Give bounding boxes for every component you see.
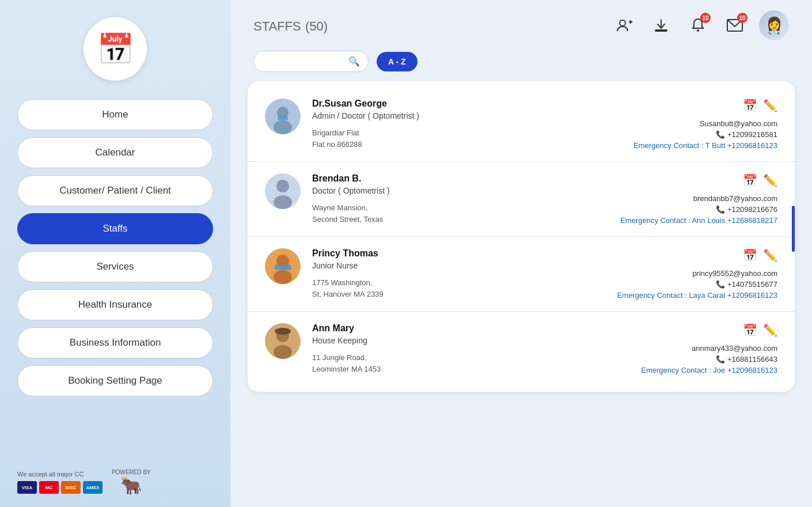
svg-point-8 <box>274 120 292 134</box>
logo-icon: 📅 <box>97 32 134 67</box>
staff-address-2: 1775 Washington, St, Hanover MA 2339 <box>312 277 582 300</box>
discover-icon: DISC <box>61 481 81 494</box>
staff-phone-1: 📞 +12098216676 <box>716 205 777 214</box>
mail-button[interactable]: 10 <box>722 13 748 38</box>
staff-email-0: Susanbutt@yahoo.com <box>700 119 777 128</box>
staff-role-1: Doctor ( Optometrist ) <box>312 186 582 195</box>
svg-rect-16 <box>274 264 291 270</box>
edit-icon-2[interactable]: ✏️ <box>763 248 777 262</box>
staff-info-2: Princy Thomas Junior Nurse 1775 Washingt… <box>312 248 582 300</box>
sidebar-item-health-insurance[interactable]: Health Insurance <box>17 289 213 320</box>
calendar-icon-1[interactable]: 📅 <box>743 173 757 187</box>
sidebar-item-booking-setting[interactable]: Booking Setting Page <box>17 365 213 396</box>
svg-point-12 <box>274 195 292 209</box>
footer-area: We accept all major CC VISA MC DISC AMEX… <box>17 469 213 495</box>
visa-icon: VISA <box>17 481 37 494</box>
staff-avatar-3 <box>265 323 301 359</box>
staff-contact-2: 📅 ✏️ princy95552@yahoo.com 📞 +1407551567… <box>593 248 777 300</box>
edit-icon-1[interactable]: ✏️ <box>763 173 777 187</box>
staff-email-2: princy95552@yahoo.com <box>692 269 777 278</box>
staff-emergency-0: Emergency Contact : T Butt +12096816123 <box>633 141 777 150</box>
svg-point-19 <box>274 345 292 359</box>
staff-address-1: Wayne Mansion, Second Street, Texas <box>312 202 582 225</box>
calendar-icon-0[interactable]: 📅 <box>743 99 757 112</box>
bull-icon: 🐂 <box>120 475 142 495</box>
sidebar-item-services[interactable]: Services <box>17 251 213 282</box>
cc-icons: VISA MC DISC AMEX <box>17 481 103 494</box>
svg-rect-3 <box>655 29 667 32</box>
staff-role-2: Junior Nurse <box>312 261 582 270</box>
staff-avatar-1 <box>265 173 301 209</box>
staff-role-3: House Keeping <box>312 336 582 345</box>
az-sort-button[interactable]: A - Z <box>377 52 418 71</box>
sidebar-item-calendar[interactable]: Calendar <box>17 137 213 168</box>
staff-contact-1: 📅 ✏️ brendanbb7@yahoo.com 📞 +12098216676… <box>593 173 777 225</box>
staff-name-2: Princy Thomas <box>312 248 582 259</box>
powered-by: POWERED BY 🐂 <box>112 469 151 495</box>
header: STAFFS (50) <box>230 0 812 51</box>
search-area: 🔍 A - Z <box>230 51 812 81</box>
edit-icon-3[interactable]: ✏️ <box>763 323 777 337</box>
svg-point-20 <box>275 328 291 335</box>
powered-by-text: POWERED BY <box>112 469 151 475</box>
accept-cc-text: We accept all major CC <box>17 471 84 478</box>
staff-contact-3: 📅 ✏️ annmary433@yahoo.com 📞 +16881156643… <box>593 323 777 374</box>
staff-actions-3: 📅 ✏️ <box>743 323 777 337</box>
amex-icon: AMEX <box>83 481 103 494</box>
add-staff-button[interactable] <box>612 13 637 38</box>
svg-point-15 <box>274 270 292 284</box>
mastercard-icon: MC <box>39 481 59 494</box>
sidebar-item-business-info[interactable]: Business Information <box>17 327 213 358</box>
svg-point-11 <box>276 180 289 192</box>
staff-actions-1: 📅 ✏️ <box>743 173 777 187</box>
bell-badge: 10 <box>700 13 711 23</box>
staff-actions-0: 📅 ✏️ <box>743 99 777 112</box>
staff-name-1: Brendan B. <box>312 173 582 184</box>
search-box[interactable]: 🔍 <box>253 51 369 72</box>
staff-item-3: Ann Mary House Keeping 11 Jungle Road, L… <box>248 312 795 386</box>
notifications-button[interactable]: 10 <box>685 13 711 38</box>
phone-icon-0: 📞 <box>716 130 725 139</box>
main-content: STAFFS (50) <box>230 0 812 507</box>
staff-email-3: annmary433@yahoo.com <box>692 344 777 353</box>
staff-emergency-2: Emergency Contact : Laya Caral +12096816… <box>617 291 777 300</box>
staff-phone-3: 📞 +16881156643 <box>716 355 777 364</box>
header-icons: 10 10 👩‍⚕️ <box>612 10 789 40</box>
staff-address-0: Brigardiar Flat Flat no.866288 <box>312 127 582 150</box>
footer-left: We accept all major CC VISA MC DISC AMEX <box>17 471 103 494</box>
sidebar-item-home[interactable]: Home <box>17 99 213 130</box>
staff-email-1: brendanbb7@yahoo.com <box>693 194 777 203</box>
staff-info-1: Brendan B. Doctor ( Optometrist ) Wayne … <box>312 173 582 225</box>
logo: 📅 <box>84 17 147 81</box>
svg-point-0 <box>620 20 625 26</box>
user-avatar[interactable]: 👩‍⚕️ <box>759 10 789 40</box>
staff-avatar-0 <box>265 99 301 134</box>
staff-address-3: 11 Jungle Road, Leominster MA 1453 <box>312 352 582 374</box>
staff-list-container: Dr.Susan George Admin / Doctor ( Optomet… <box>230 81 812 507</box>
calendar-icon-2[interactable]: 📅 <box>743 248 757 262</box>
staff-name-0: Dr.Susan George <box>312 99 582 109</box>
sidebar: 📅 Home Calendar Customer/ Patient / Clie… <box>0 0 230 507</box>
mail-badge: 10 <box>737 13 748 23</box>
staff-emergency-3: Emergency Contact : Joe +12096816123 <box>641 366 777 374</box>
phone-icon-3: 📞 <box>716 355 725 364</box>
search-icon: 🔍 <box>348 56 360 67</box>
sidebar-item-staffs[interactable]: Staffs <box>17 213 213 244</box>
edit-icon-0[interactable]: ✏️ <box>763 99 777 112</box>
staff-name-3: Ann Mary <box>312 323 582 334</box>
staff-contact-0: 📅 ✏️ Susanbutt@yahoo.com 📞 +12099216581 … <box>593 99 777 150</box>
page-title: STAFFS (50) <box>253 17 600 35</box>
staff-actions-2: 📅 ✏️ <box>743 248 777 262</box>
svg-rect-9 <box>278 116 288 120</box>
calendar-icon-3[interactable]: 📅 <box>743 323 757 337</box>
search-input[interactable] <box>263 57 344 66</box>
staff-info-3: Ann Mary House Keeping 11 Jungle Road, L… <box>312 323 582 374</box>
phone-icon-1: 📞 <box>716 205 725 214</box>
staff-phone-0: 📞 +12099216581 <box>716 130 777 139</box>
download-button[interactable] <box>648 13 674 38</box>
svg-point-4 <box>697 29 699 32</box>
sidebar-item-customer[interactable]: Customer/ Patient / Client <box>17 175 213 206</box>
staff-emergency-1: Emergency Contact : Ann Louis +126868182… <box>620 216 777 225</box>
staff-avatar-2 <box>265 248 301 284</box>
staff-item-0: Dr.Susan George Admin / Doctor ( Optomet… <box>248 87 795 162</box>
